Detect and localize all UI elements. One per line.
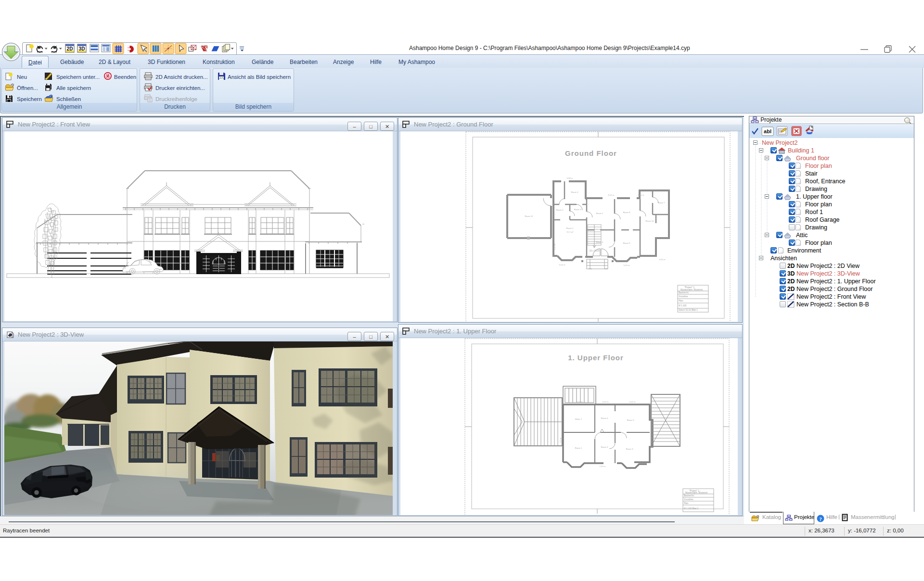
svg-text:4,00 m: 4,00 m <box>603 401 609 403</box>
svg-text:Raum 5: Raum 5 <box>556 209 564 211</box>
svg-text:1. Upper Floor: 1. Upper Floor <box>568 354 624 362</box>
svg-text:Raum 1: Raum 1 <box>566 227 574 229</box>
svg-text:Datum 01.01 Blatt 1: Datum 01.01 Blatt 1 <box>679 309 698 311</box>
svg-text:Raum 6: Raum 6 <box>601 417 608 419</box>
svg-text:Raum 4: Raum 4 <box>571 191 578 193</box>
svg-text:Ground Floor: Ground Floor <box>565 149 617 157</box>
svg-text:3,00 m: 3,00 m <box>659 258 666 261</box>
svg-text:Plan:: Plan: <box>679 300 683 302</box>
svg-text:Bauherr/in:: Bauherr/in: <box>679 291 689 294</box>
svg-text:3D: 3D <box>79 46 85 51</box>
svg-text:Grundriss: Grundriss <box>684 498 693 501</box>
svg-text:abl: abl <box>764 128 771 134</box>
svg-text:Raum 7: Raum 7 <box>658 202 665 204</box>
svg-text:8,00 m: 8,00 m <box>608 194 615 196</box>
svg-text:Mustermann, Musterstr.: Mustermann, Musterstr. <box>685 492 708 494</box>
svg-text:Plan:: Plan: <box>684 502 689 505</box>
svg-text:Raum 3: Raum 3 <box>574 208 581 211</box>
svg-text:Raum 2: Raum 2 <box>596 241 603 243</box>
svg-text:M 1:100 Blatt 2: M 1:100 Blatt 2 <box>684 507 699 510</box>
svg-text:Raum 2: Raum 2 <box>596 212 603 215</box>
svg-text:5,00 m: 5,00 m <box>559 264 565 266</box>
svg-text:Grundriss: Grundriss <box>679 295 688 298</box>
svg-text:8,00 m: 8,00 m <box>638 194 644 196</box>
svg-text:Raum 3: Raum 3 <box>626 448 633 450</box>
svg-text:2D: 2D <box>67 46 73 51</box>
svg-text:4,20 m: 4,20 m <box>553 243 556 250</box>
svg-text:Raum 5: Raum 5 <box>627 419 634 421</box>
svg-text:Raum 8: Raum 8 <box>623 211 630 214</box>
svg-text:5,0 m: 5,0 m <box>559 437 562 442</box>
svg-text:Raum 10: Raum 10 <box>646 220 654 222</box>
svg-text:?: ? <box>819 516 822 522</box>
svg-text:4,00 m: 4,00 m <box>577 401 583 403</box>
svg-text:4,00 m: 4,00 m <box>629 401 636 403</box>
svg-text:9,88 m: 9,88 m <box>567 177 573 179</box>
svg-text:Raum 11: Raum 11 <box>525 215 533 217</box>
svg-text:Mustermann, Musterstr.: Mustermann, Musterstr. <box>680 289 703 291</box>
svg-text:Wohn 7: Wohn 7 <box>575 418 582 420</box>
svg-text:2,50 m: 2,50 m <box>600 465 606 467</box>
svg-text:72,7 m²: 72,7 m² <box>566 231 574 233</box>
svg-text:Raum 1: Raum 1 <box>575 447 582 449</box>
svg-text:5,00 m: 5,00 m <box>624 264 630 266</box>
svg-text:Bauherr/in:: Bauherr/in: <box>684 494 694 497</box>
svg-text:Raum 9: Raum 9 <box>623 242 630 244</box>
svg-text:M 1:100: M 1:100 <box>679 304 687 307</box>
svg-text:Raum 4: Raum 4 <box>601 446 608 448</box>
